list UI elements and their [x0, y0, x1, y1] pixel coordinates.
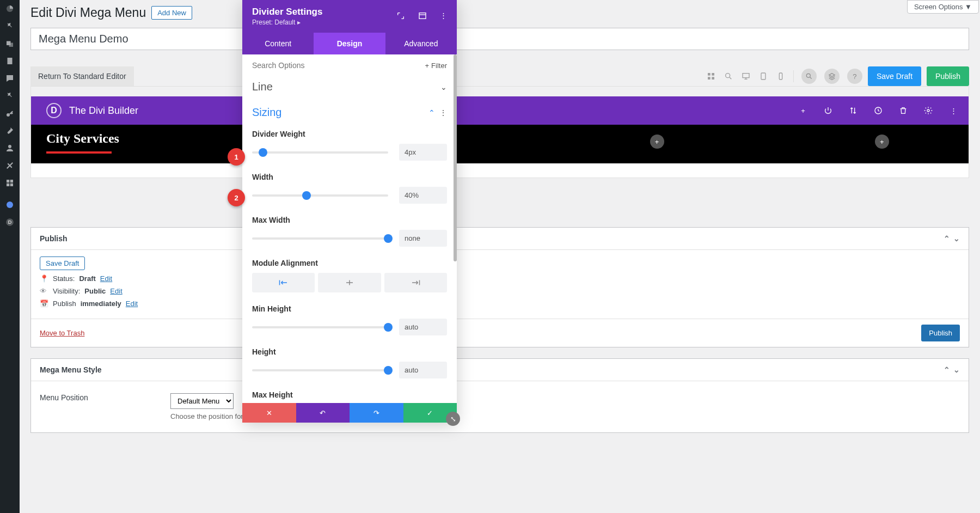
svg-rect-2 — [9, 43, 14, 47]
chevron-down-icon[interactable]: ⌄ — [953, 365, 960, 374]
tools-icon[interactable] — [0, 157, 20, 174]
align-left-button[interactable] — [252, 273, 315, 292]
tab-content[interactable]: Content — [242, 33, 314, 54]
svg-point-4 — [7, 113, 10, 117]
save-draft-link[interactable]: Save Draft — [40, 256, 85, 270]
svg-rect-16 — [712, 77, 714, 80]
screen-options-button[interactable]: Screen Options ▼ — [907, 0, 979, 14]
pages-icon[interactable] — [0, 52, 20, 70]
key-icon[interactable] — [0, 105, 20, 122]
section-sizing[interactable]: Sizing ⌃⋮ — [242, 100, 457, 125]
move-to-trash-link[interactable]: Move to Trash — [40, 329, 84, 337]
chevron-up-icon[interactable]: ⌃ — [944, 365, 950, 374]
desktop-icon[interactable] — [741, 71, 751, 81]
gear-icon[interactable] — [924, 106, 933, 115]
height-slider[interactable] — [252, 369, 388, 371]
pin-icon[interactable] — [0, 17, 20, 35]
min-height-value[interactable]: auto — [399, 319, 447, 335]
field-max-width: Max Width none — [242, 211, 457, 254]
expand-icon[interactable] — [396, 11, 405, 22]
settings-icon[interactable] — [0, 174, 20, 192]
redo-button[interactable]: ↷ — [350, 403, 403, 423]
add-new-button[interactable]: Add New — [151, 6, 192, 20]
publish-box-title: Publish — [40, 234, 68, 243]
align-right-button[interactable] — [384, 273, 447, 292]
height-value[interactable]: auto — [399, 362, 447, 378]
min-height-slider[interactable] — [252, 326, 388, 328]
filter-button[interactable]: +Filter — [425, 62, 447, 70]
plugin-icon[interactable] — [0, 196, 20, 213]
undo-button[interactable]: ↶ — [296, 403, 350, 423]
publish-button[interactable]: Publish — [927, 66, 969, 86]
menu-position-select[interactable]: Default Menu — [170, 393, 234, 409]
max-width-value[interactable]: none — [399, 230, 447, 247]
divider-weight-value[interactable]: 4px — [399, 144, 447, 161]
more-icon[interactable]: ⋮ — [439, 108, 447, 117]
mobile-icon[interactable] — [776, 71, 786, 81]
add-module-button[interactable]: + — [650, 135, 664, 149]
edit-status-link[interactable]: Edit — [100, 274, 112, 283]
edit-visibility-link[interactable]: Edit — [110, 287, 122, 295]
panel-icon[interactable] — [418, 11, 427, 22]
height-label: Height — [252, 347, 447, 356]
brush-icon[interactable] — [0, 122, 20, 139]
max-width-slider[interactable] — [252, 237, 388, 240]
clock-icon[interactable] — [874, 106, 883, 115]
post-title-input[interactable] — [30, 28, 969, 50]
svg-point-10 — [7, 201, 13, 208]
add-icon[interactable]: + — [799, 106, 807, 115]
divider-weight-slider[interactable] — [252, 151, 388, 154]
more-icon[interactable]: ⋮ — [440, 11, 447, 22]
search-options-input[interactable] — [252, 61, 425, 70]
field-height: Height auto — [242, 343, 457, 386]
svg-rect-15 — [708, 77, 710, 80]
cancel-button[interactable]: ✕ — [242, 403, 296, 423]
schedule-value: immediately — [81, 300, 121, 308]
trash-icon[interactable] — [899, 106, 908, 115]
tab-design[interactable]: Design — [314, 33, 385, 54]
edit-schedule-link[interactable]: Edit — [126, 300, 138, 308]
svg-rect-24 — [419, 13, 426, 19]
return-standard-editor-button[interactable]: Return To Standard Editor — [30, 66, 134, 86]
divi-icon[interactable]: D — [0, 213, 20, 231]
chevron-up-icon[interactable]: ⌃ — [944, 234, 950, 243]
layers-icon[interactable] — [824, 69, 840, 84]
power-icon[interactable] — [824, 106, 832, 115]
width-value[interactable]: 40% — [399, 187, 447, 204]
svg-rect-7 — [10, 180, 13, 182]
svg-rect-9 — [10, 184, 13, 186]
width-slider[interactable] — [252, 194, 388, 197]
add-module-button[interactable]: + — [875, 135, 889, 149]
section-line[interactable]: Line ⌄ — [242, 74, 457, 100]
wp-admin-sidebar: D — [0, 0, 20, 444]
pin2-icon[interactable] — [0, 87, 20, 105]
save-draft-button[interactable]: Save Draft — [868, 66, 921, 86]
visibility-label: Visibility: — [53, 287, 80, 295]
search-icon[interactable] — [724, 71, 733, 81]
main-content: Edit Divi Mega Menu Add New Return To St… — [20, 0, 980, 444]
svg-rect-13 — [708, 73, 710, 76]
search-circle-icon[interactable] — [801, 69, 817, 84]
modal-preset[interactable]: Preset: Default ▸ — [252, 19, 322, 26]
scrollbar-thumb[interactable] — [454, 54, 457, 261]
visibility-value: Public — [84, 287, 106, 295]
menu-position-label: Menu Position — [40, 393, 105, 402]
dashboard-icon[interactable] — [0, 0, 20, 17]
svg-rect-3 — [8, 58, 13, 64]
resize-handle-icon[interactable]: ⤡ — [446, 412, 460, 426]
sort-icon[interactable] — [849, 106, 857, 115]
align-center-button[interactable] — [318, 273, 381, 292]
divider-settings-modal: Divider Settings Preset: Default ▸ ⋮ Con… — [242, 0, 457, 423]
field-width: Width 40% — [242, 168, 457, 211]
tab-advanced[interactable]: Advanced — [385, 33, 457, 54]
media-icon[interactable] — [0, 35, 20, 52]
chevron-down-icon[interactable]: ⌄ — [953, 234, 960, 243]
alignment-label: Module Alignment — [252, 259, 447, 267]
tablet-icon[interactable] — [758, 71, 768, 81]
users-icon[interactable] — [0, 139, 20, 157]
comments-icon[interactable] — [0, 70, 20, 87]
publish-submit-button[interactable]: Publish — [921, 325, 960, 341]
menu-icon[interactable]: ⋮ — [949, 106, 958, 115]
grid-icon[interactable] — [706, 71, 716, 81]
help-icon[interactable]: ? — [847, 69, 862, 84]
